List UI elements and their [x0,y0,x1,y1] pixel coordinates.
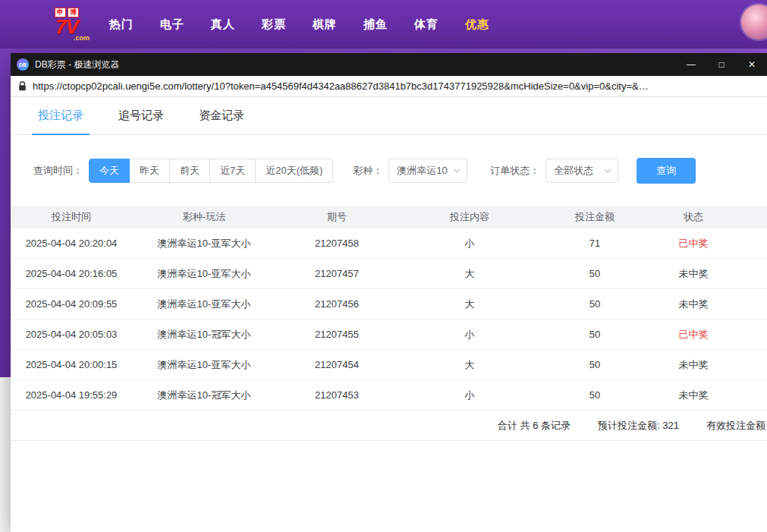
amount-cell: 71 [542,238,648,249]
table-header-row: 投注时间彩种-玩法期号投注内容投注金额状态 [11,206,767,228]
lock-icon [18,81,27,91]
game-cell: 澳洲幸运10-冠军大小 [132,328,276,342]
column-header-4: 投注金额 [542,210,648,224]
summary-expected-amount: 预计投注金额: 321 [598,419,679,433]
tab-0[interactable]: 投注记录 [38,97,83,134]
nav-items: 热门电子真人彩票棋牌捕鱼体育优惠 [109,17,489,32]
status-cell: 未中奖 [648,267,739,281]
lottery-select[interactable]: 澳洲幸运10 [388,159,467,183]
time-option-2[interactable]: 前天 [169,159,210,183]
issue-cell: 21207454 [276,359,398,370]
browser-urlbar[interactable]: https://ctopcp02pcali.uengi5e.com/lotter… [11,76,767,97]
column-header-1: 彩种-玩法 [132,210,276,224]
time-option-3[interactable]: 近7天 [209,159,256,183]
table-row: 2025-04-04 20:00:15澳洲幸运10-亚军大小21207454大5… [11,350,767,380]
issue-cell: 21207453 [276,389,398,401]
nav-item-2[interactable]: 真人 [211,17,235,32]
time-cell: 2025-04-04 20:00:15 [11,359,132,370]
nav-item-6[interactable]: 体育 [414,17,439,32]
table-row: 2025-04-04 20:09:55澳洲幸运10-亚军大小21207456大5… [11,289,767,320]
tab-2[interactable]: 资金记录 [199,97,244,134]
nav-item-1[interactable]: 电子 [160,17,184,32]
game-cell: 澳洲幸运10-亚军大小 [132,358,276,372]
status-cell: 已中奖 [648,328,739,342]
nav-item-3[interactable]: 彩票 [262,17,286,32]
column-header-3: 投注内容 [398,210,542,224]
order-status-select[interactable]: 全部状态 [545,159,618,183]
time-cell: 2025-04-04 20:20:04 [11,238,132,249]
nav-item-0[interactable]: 热门 [109,17,134,32]
tab-1[interactable]: 追号记录 [118,97,164,134]
table-row: 2025-04-04 20:20:04澳洲幸运10-亚军大小21207458小7… [11,228,767,259]
nav-item-4[interactable]: 棋牌 [313,17,337,32]
desktop: 申 博 7V .com 热门电子真人彩票棋牌捕鱼体育优惠 DB DB彩票 - 极… [0,0,767,532]
logo-suffix-text: .com [74,34,90,42]
maximize-button[interactable]: □ [706,53,737,76]
time-option-4[interactable]: 近20天(低频) [255,159,333,183]
game-cell: 澳洲幸运10-亚军大小 [132,267,276,281]
close-button[interactable]: ✕ [737,53,767,76]
lottery-label: 彩种： [353,164,382,178]
content-cell: 大 [398,267,542,281]
url-text[interactable]: https://ctopcp02pcali.uengi5e.com/lotter… [33,80,649,92]
amount-cell: 50 [542,329,648,340]
content-cell: 小 [398,389,542,402]
user-avatar[interactable] [741,5,767,39]
chevron-down-icon [453,168,461,173]
nav-item-5[interactable]: 捕鱼 [363,17,388,32]
minimize-button[interactable]: — [676,53,706,76]
content-cell: 小 [398,237,542,250]
time-cell: 2025-04-04 20:05:03 [11,329,132,340]
status-cell: 未中奖 [648,358,739,372]
game-cell: 澳洲幸运10-冠军大小 [132,389,276,402]
logo-main-text: 7V [55,17,78,36]
amount-cell: 50 [542,359,648,370]
table-row: 2025-04-04 19:55:29澳洲幸运10-冠军大小21207453小5… [11,380,767,411]
page-content: 投注记录追号记录资金记录 查询时间： 今天昨天前天近7天近20天(低频) 彩种：… [11,97,767,532]
status-cell: 未中奖 [648,389,739,402]
site-logo[interactable]: 申 博 7V .com [44,8,90,42]
bet-records-table: 投注时间彩种-玩法期号投注内容投注金额状态 2025-04-04 20:20:0… [11,206,767,441]
table-row: 2025-04-04 20:16:05澳洲幸运10-亚军大小21207457大5… [11,259,767,289]
content-cell: 大 [398,358,542,372]
window-controls: — □ ✕ [676,53,767,76]
time-cell: 2025-04-04 20:09:55 [11,298,132,310]
tab-bar: 投注记录追号记录资金记录 [11,97,767,135]
column-header-5: 状态 [648,210,739,224]
time-filter-group: 今天昨天前天近7天近20天(低频) [89,159,333,183]
content-cell: 小 [398,328,542,342]
nav-item-7[interactable]: 优惠 [465,17,489,32]
issue-cell: 21207458 [276,238,398,249]
table-body: 2025-04-04 20:20:04澳洲幸运10-亚军大小21207458小7… [11,228,767,411]
status-cell: 未中奖 [648,297,739,311]
time-cell: 2025-04-04 19:55:29 [11,389,132,401]
amount-cell: 50 [542,298,648,310]
game-cell: 澳洲幸运10-亚军大小 [132,237,276,250]
summary-valid-amount: 有效投注金额 [706,419,765,433]
order-status-label: 订单状态： [490,164,539,178]
order-status-selected-value: 全部状态 [554,164,593,178]
amount-cell: 50 [542,268,648,279]
chevron-down-icon [604,168,611,173]
summary-total: 合计 共 6 条记录 [498,419,571,433]
issue-cell: 21207456 [276,298,398,310]
time-cell: 2025-04-04 20:16:05 [11,268,132,279]
time-option-0[interactable]: 今天 [89,159,130,183]
window-title: DB彩票 - 极速浏览器 [35,58,119,71]
lottery-selected-value: 澳洲幸运10 [397,164,447,178]
issue-cell: 21207457 [276,268,398,279]
time-option-1[interactable]: 昨天 [129,159,170,183]
time-filter-label: 查询时间： [33,164,83,178]
background-window-edge [0,377,11,532]
column-header-2: 期号 [276,210,398,224]
game-cell: 澳洲幸运10-亚军大小 [132,297,276,311]
browser-app-icon: DB [17,58,29,71]
search-button[interactable]: 查询 [637,158,696,184]
filter-bar: 查询时间： 今天昨天前天近7天近20天(低频) 彩种： 澳洲幸运10 订单状态：… [11,135,767,184]
content-cell: 大 [398,297,542,311]
browser-window: DB DB彩票 - 极速浏览器 — □ ✕ https://ctopcp02pc… [11,53,767,532]
column-header-0: 投注时间 [11,210,132,224]
status-cell: 已中奖 [648,237,739,250]
site-navbar: 申 博 7V .com 热门电子真人彩票棋牌捕鱼体育优惠 [0,0,767,49]
issue-cell: 21207455 [276,329,398,340]
